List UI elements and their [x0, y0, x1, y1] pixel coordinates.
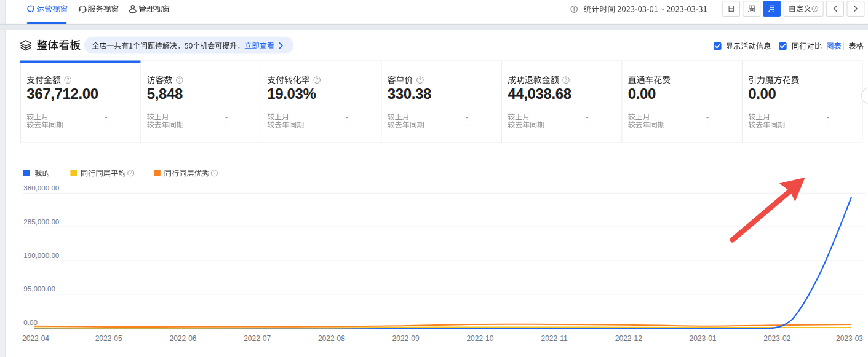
svg-text:2023-01: 2023-01: [689, 334, 716, 343]
svg-text:0.00: 0.00: [628, 85, 656, 102]
svg-text:2023-03: 2023-03: [836, 334, 863, 343]
svg-text:367,712.00: 367,712.00: [26, 85, 98, 102]
svg-text:-: -: [225, 120, 228, 129]
svg-text:2022-11: 2022-11: [541, 334, 568, 343]
svg-text:95,000.00: 95,000.00: [23, 284, 55, 292]
svg-text:0.00: 0.00: [748, 85, 776, 102]
svg-text:330.38: 330.38: [388, 85, 431, 102]
svg-text:2023-02: 2023-02: [763, 334, 790, 343]
svg-text:2022-09: 2022-09: [392, 334, 420, 343]
svg-text:-: -: [706, 120, 709, 129]
svg-text:-: -: [826, 120, 829, 129]
svg-text:380,000.00: 380,000.00: [23, 184, 59, 192]
svg-text:-: -: [345, 120, 348, 129]
svg-text:-: -: [586, 120, 588, 129]
svg-text:2022-10: 2022-10: [466, 334, 493, 343]
svg-text:2022-08: 2022-08: [318, 334, 345, 343]
svg-text:19.03%: 19.03%: [267, 85, 316, 102]
svg-text:0.00: 0.00: [23, 318, 38, 326]
svg-text:2022-04: 2022-04: [22, 334, 49, 343]
svg-text:5,848: 5,848: [147, 85, 183, 102]
svg-text:190,000.00: 190,000.00: [23, 251, 59, 259]
svg-text:-: -: [105, 120, 107, 129]
svg-text:2022-12: 2022-12: [615, 334, 642, 343]
svg-text:2022-06: 2022-06: [169, 334, 196, 343]
svg-text:2022-07: 2022-07: [244, 334, 271, 343]
svg-text:2022-05: 2022-05: [95, 334, 122, 343]
svg-text:285,000.00: 285,000.00: [23, 218, 59, 226]
svg-text:-: -: [466, 120, 468, 129]
svg-text:44,038.68: 44,038.68: [508, 85, 571, 102]
